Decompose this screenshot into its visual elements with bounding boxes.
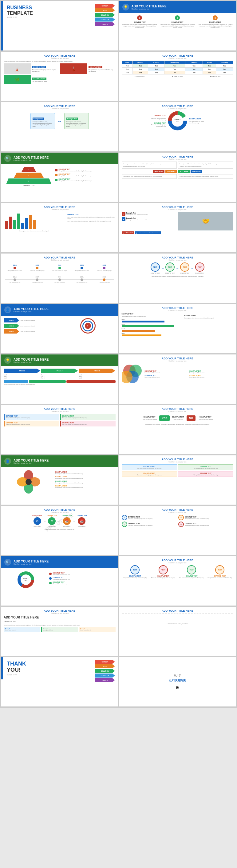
image-box-1: 🗼: [4, 63, 31, 74]
slide-17-subtitle: Click here to add your text: [4, 410, 115, 412]
click-to-add-text[interactable]: Click here to add your text: [122, 613, 234, 634]
stat-box-1: TEXT EXAMPLE TEXT: [150, 262, 160, 274]
text-block-1: Lorem ipsum dolor sit amet consectetur a…: [122, 161, 177, 168]
slide-9-title: ADD YOUR TITLE HERE: [4, 206, 115, 209]
horizontal-bar-2: Item 2: [122, 323, 183, 327]
table-header-thu: Thursday: [185, 61, 203, 64]
slide-7-subtitle: Click here to add your text: [13, 159, 48, 161]
sample-tag-1: ▶ SAMPLE TEXT: [122, 231, 134, 234]
stat-row-3: ⊙ EXAMPLE TEXT The quick brown fox jumps…: [178, 515, 233, 520]
example-text-right: EXAMPLE TEXT: [198, 416, 213, 418]
tl-item-1: 2014 The quick brown fox jumps: [4, 264, 26, 271]
box-item-2: Example Text Lorem ipsum dolor sit amet,…: [64, 113, 89, 129]
tl-item-5: 2022 The quick brown fox jumps: [93, 264, 115, 271]
slide-20-title: ADD YOUR TITLE HERE: [122, 458, 234, 461]
num-item-1: 1 EXAMPLE TEXT Lorem ipsum dolor sit ame…: [122, 16, 158, 28]
bulb-icon-2: 💡: [4, 357, 11, 364]
horizontal-bar-1: Item 1: [122, 319, 183, 322]
example-text-left: EXAMPLE TEXT: [142, 416, 157, 418]
phase-diagram: Phase 1 Phase 2 Phase 3 Text 1Text 2Text…: [4, 369, 115, 385]
legend-3: ▲ EXAMPLE TEXT: [210, 75, 221, 77]
slide-2-header: 💡 ADD YOUR TITLE HERE Click here to add …: [119, 1, 236, 13]
slide-6-title: ADD YOUR TITLE HERE: [122, 104, 234, 108]
slide-18: ADD YOUR TITLE HERE Click here to add yo…: [119, 405, 236, 454]
venn-diagram: [122, 363, 143, 384]
slide-10-title: ADD YOUR TITLE HERE: [122, 206, 234, 209]
svg-text:TEXT: TEXT: [24, 580, 27, 581]
svg-point-14: [26, 479, 32, 485]
info-block-3: EXAMPLE TEXT The quick brown fox jumps o…: [4, 421, 59, 427]
flower-diagram: [4, 469, 54, 494]
slide-19-subtitle: Click here to add your text: [13, 462, 48, 464]
num-item-2: 2 EXAMPLE TEXT Lorem ipsum dolor sit ame…: [159, 16, 196, 28]
slide-grid: BUSINESS TEMPLATE SLIDE PPT CAREER SKILL: [0, 0, 237, 708]
mixed-col-3: TEXT EXAMPLE TEXT The quick brown fox ju…: [178, 565, 205, 579]
stat-box-3: TEXT EXAMPLE TEXT: [180, 262, 189, 274]
slide-26-title: ADD YOUR TITLE HERE: [122, 609, 234, 612]
person-icon-2: 👤: [4, 458, 11, 465]
slide-19: 👤 ADD YOUR TITLE HERE Click here to add …: [1, 455, 118, 505]
slide-12-subtitle: Click here to add your text: [122, 259, 234, 261]
donut-chart-2: EXAMPLE TEXT: [4, 570, 48, 589]
flower-label-3: EXAMPLE TEXT Lorem ipsum dolor sit amet …: [55, 480, 115, 484]
arrow-strategy: STRATEGY: [95, 18, 115, 22]
tag-text-here-3: TEXT HERE: [178, 170, 190, 173]
slide-26: ADD YOUR TITLE HERE Click here to add yo…: [119, 607, 236, 656]
tl-item-6: 2015 The quick brown fox: [4, 276, 26, 283]
pyr-label-3: EXAMPLE TEXT The quick brown fox jumps o…: [55, 178, 115, 182]
table-header-wed: Wednesday: [165, 61, 185, 64]
slide-17-title: ADD YOUR TITLE HERE: [4, 407, 115, 410]
slide-13-header: 👤 ADD YOUR TITLE HERE Click here to add …: [1, 304, 118, 316]
table-header-sat: Saturday: [216, 61, 233, 64]
tl-item-8: 2019 The quick brown fox: [48, 276, 71, 283]
ex-box-2: Example Lorem ipsum dolor sit: [41, 627, 78, 632]
ex-box-3: Example Lorem ipsum dolor sit: [79, 627, 115, 632]
slide-23-title: ADD YOUR TITLE HERE: [13, 560, 48, 563]
search-icon: 🔍: [4, 155, 11, 162]
circle-label-left-1: EXAMPLE TEXT: [151, 115, 166, 117]
slide-8-subtitle: Click here to add your text: [122, 158, 234, 160]
chart-example-label: EXAMPLE TEXT: [67, 214, 115, 215]
slide-24-subtitle: Click here to add your text: [122, 562, 234, 564]
arrow-step-1: STEP 01 Lorem ipsum dolor sit amet: [4, 318, 59, 322]
tag-text-here-2: TEXT HERE: [165, 170, 177, 173]
person-icon: 👤: [4, 306, 11, 313]
tl-item-9: 2021 The quick brown fox: [71, 276, 93, 283]
arrow-solution: SOLUTION: [95, 13, 115, 17]
bar-chart-label: Lorem ipsum dolor sit amet, consectetur …: [4, 230, 65, 232]
slide-25-title: ADD YOUR TITLE HERE: [4, 609, 115, 612]
slide-14: ADD YOUR TITLE HERE Click here to add yo…: [119, 304, 236, 353]
slide-4-title: ADD YOUR TITLE HERE: [122, 54, 234, 57]
slide-27: THANK YOU! SLIDE PPT CAREER SKILL: [1, 657, 118, 707]
slide-14-subtitle: Click here to add your text: [122, 310, 234, 311]
flower-label-4: EXAMPLE TEXT Lorem ipsum dolor sit amet …: [55, 485, 115, 488]
mixed-col-1: TEXT EXAMPLE TEXT The quick brown fox ju…: [122, 565, 149, 579]
slide-8-title: ADD YOUR TITLE HERE: [122, 155, 234, 158]
slide-16: ADD YOUR TITLE HERE Click here to add yo…: [119, 354, 236, 404]
table-row: Text Text Text Text Text Text Text: [122, 68, 233, 71]
slide-24: ADD YOUR TITLE HERE Click here to add yo…: [119, 556, 236, 606]
slide-4: ADD YOUR TITLE HERE Click here to add yo…: [119, 52, 236, 101]
slide-2-title: ADD YOUR TITLE HERE: [132, 5, 167, 8]
info-block-1: EXAMPLE TEXT The quick brown fox jumps o…: [4, 414, 59, 420]
slide-3: ADD YOUR TITLE HERE Click here to add yo…: [1, 52, 118, 101]
example-tag-1: EXAMPLE TEXT: [32, 66, 46, 68]
arrow-label-5: GOALS: [102, 23, 108, 25]
slide-10-subtitle: Click here to add your text: [122, 209, 234, 211]
slide-16-subtitle: Click here to add your text: [122, 360, 234, 362]
mixed-col-4: TEXT EXAMPLE TEXT The quick brown fox ju…: [206, 565, 233, 579]
tl-item-4: 2020 The quick brown fox jumps: [71, 264, 93, 271]
end-text-2: 让幻演更简便: [169, 678, 186, 682]
slide-9: ADD YOUR TITLE HERE Click here to add yo…: [1, 203, 118, 252]
stat-box-2: TEXT EXAMPLE TEXT: [165, 262, 175, 274]
sample-tag-2: ▶ Lorem ipsum dolor sit amet consectetur…: [135, 231, 161, 234]
slide-2: 💡 ADD YOUR TITLE HERE Click here to add …: [119, 1, 236, 51]
data-table: Goal Monday Tuesday Wednesday Thursday F…: [122, 61, 234, 74]
stat-row-2: ⊙ EXAMPLE TEXT The quick brown fox jumps…: [122, 522, 177, 527]
mixed-col-2: TEXT EXAMPLE TEXT The quick brown fox ju…: [150, 565, 177, 579]
slide-20: ADD YOUR TITLE HERE Click here to add yo…: [119, 455, 236, 505]
slide-9-subtitle: Click here to add your text: [4, 209, 115, 211]
legend-2: ▲ EXAMPLE TEXT: [172, 75, 183, 77]
slide-15-header: 💡 ADD YOUR TITLE HERE Click here to add …: [1, 354, 118, 366]
example-text-col-2: EXAMPLE TEXT: [184, 314, 233, 316]
